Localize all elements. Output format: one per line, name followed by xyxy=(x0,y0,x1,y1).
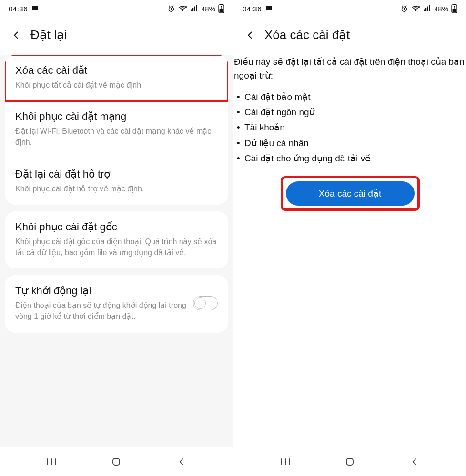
svg-rect-18 xyxy=(425,8,426,12)
nav-home[interactable] xyxy=(338,455,362,469)
svg-rect-6 xyxy=(196,5,197,12)
highlight-box: Xóa các cài đặt xyxy=(283,178,417,208)
battery-text: 48% xyxy=(201,5,215,13)
nav-bar xyxy=(0,447,233,476)
battery-text: 48% xyxy=(434,5,448,13)
list-item: Cài đặt bảo mật xyxy=(244,89,466,105)
svg-point-1 xyxy=(182,10,183,11)
item-desc: Khôi phục tất cả cài đặt về mặc định. xyxy=(15,79,218,90)
svg-rect-17 xyxy=(424,10,425,12)
wifi-icon: + xyxy=(411,4,420,13)
back-button[interactable] xyxy=(10,30,22,41)
status-time: 04:36 xyxy=(243,5,262,13)
nav-back[interactable] xyxy=(170,455,193,469)
detail-intro: Điều này sẽ đặt lại tất cả cài đặt trên … xyxy=(234,55,466,83)
signal-icon xyxy=(190,4,198,13)
alarm-icon xyxy=(167,5,175,13)
page-title: Xóa các cài đặt xyxy=(264,28,350,42)
nav-bar xyxy=(234,447,466,476)
item-reset-settings[interactable]: Xóa các cài đặt Khôi phục tất cả cài đặt… xyxy=(5,55,228,101)
item-reset-accessibility[interactable]: Đặt lại cài đặt hỗ trợ Khôi phục cài đặt… xyxy=(5,159,228,205)
item-reset-network[interactable]: Khôi phục cài đặt mạng Đặt lại Wi-Fi, Bl… xyxy=(5,101,228,158)
svg-rect-23 xyxy=(453,9,456,12)
item-factory-reset[interactable]: Khôi phục cài đặt gốc Khôi phục cài đặt … xyxy=(5,211,228,268)
svg-rect-19 xyxy=(427,7,428,12)
svg-rect-13 xyxy=(113,458,120,465)
item-desc: Khôi phục cài đặt gốc của điện thoại. Qu… xyxy=(15,236,218,258)
nav-home[interactable] xyxy=(104,455,128,469)
message-icon xyxy=(30,4,39,13)
item-desc: Điện thoại của bạn sẽ tự động khởi động … xyxy=(15,300,186,322)
svg-rect-3 xyxy=(191,10,192,12)
item-auto-restart[interactable]: Tự khởi động lại Điện thoại của bạn sẽ t… xyxy=(5,275,228,332)
svg-rect-8 xyxy=(220,4,223,5)
exclusion-list: Cài đặt bảo mật Cài đặt ngôn ngữ Tài kho… xyxy=(234,89,466,166)
svg-rect-22 xyxy=(453,4,456,5)
list-item: Dữ liệu cá nhân xyxy=(244,136,466,151)
nav-back[interactable] xyxy=(403,455,426,469)
svg-text:+: + xyxy=(185,5,187,8)
alarm-icon xyxy=(400,5,408,13)
auto-restart-toggle[interactable] xyxy=(193,296,218,310)
list-item: Cài đặt cho ứng dụng đã tải về xyxy=(244,151,466,166)
list-item: Tài khoản xyxy=(244,120,466,135)
page-title: Đặt lại xyxy=(30,28,67,42)
item-title: Khôi phục cài đặt mạng xyxy=(15,110,218,123)
svg-point-15 xyxy=(415,10,416,11)
status-bar: 04:36 + 48% xyxy=(0,0,233,17)
svg-rect-20 xyxy=(429,5,430,12)
detail-content: Điều này sẽ đặt lại tất cả cài đặt trên … xyxy=(234,55,466,447)
header: Đặt lại xyxy=(0,17,233,55)
item-title: Xóa các cài đặt xyxy=(15,64,218,77)
nav-recents[interactable] xyxy=(274,455,297,469)
phone-screen-right: 04:36 + 48% Xóa các cài đặt xyxy=(233,0,466,476)
phone-screen-left: 04:36 + 48% Đặt lại xyxy=(0,0,233,476)
svg-rect-5 xyxy=(194,7,195,12)
status-time: 04:36 xyxy=(9,5,28,13)
settings-group-3: Tự khởi động lại Điện thoại của bạn sẽ t… xyxy=(5,275,228,332)
item-title: Khôi phục cài đặt gốc xyxy=(15,221,218,233)
item-title: Tự khởi động lại xyxy=(15,285,186,297)
item-desc: Khôi phục cài đặt hỗ trợ về mặc định. xyxy=(15,183,218,194)
battery-icon xyxy=(451,4,457,13)
nav-recents[interactable] xyxy=(40,455,63,469)
message-icon xyxy=(264,4,273,13)
svg-rect-4 xyxy=(192,8,193,12)
settings-group-2: Khôi phục cài đặt gốc Khôi phục cài đặt … xyxy=(5,211,228,268)
wifi-icon: + xyxy=(178,4,187,13)
signal-icon xyxy=(423,4,431,13)
svg-text:+: + xyxy=(418,5,420,8)
item-desc: Đặt lại Wi-Fi, Bluetooth và các cài đặt … xyxy=(15,126,218,148)
back-button[interactable] xyxy=(244,30,256,41)
reset-settings-button[interactable]: Xóa các cài đặt xyxy=(286,181,415,206)
item-title: Đặt lại cài đặt hỗ trợ xyxy=(15,168,218,180)
svg-rect-9 xyxy=(220,9,223,12)
settings-group-1: Xóa các cài đặt Khôi phục tất cả cài đặt… xyxy=(5,55,228,205)
battery-icon xyxy=(218,4,224,13)
status-bar: 04:36 + 48% xyxy=(234,0,466,17)
header: Xóa các cài đặt xyxy=(234,17,466,55)
list-item: Cài đặt ngôn ngữ xyxy=(244,105,466,120)
svg-rect-27 xyxy=(346,458,353,465)
